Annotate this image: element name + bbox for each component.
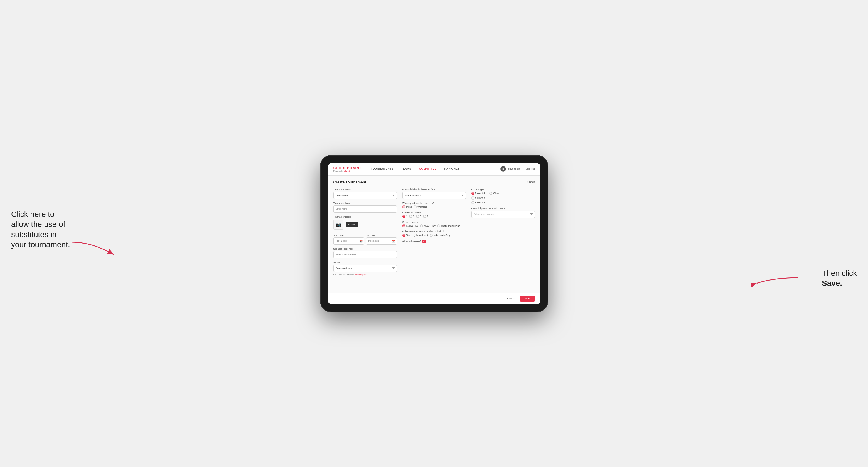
tournament-host-select[interactable]: Search team (333, 192, 397, 199)
division-group: Which division is the event for? NCAA Di… (402, 188, 466, 199)
gender-mens-radio[interactable] (402, 206, 405, 209)
scoring-api-label: Use third-party live scoring API? (471, 207, 535, 210)
venue-email-link[interactable]: email support (354, 273, 367, 276)
gender-womens-label: Womens (417, 206, 427, 208)
venue-select[interactable]: Search golf club (333, 265, 397, 272)
save-button[interactable]: Save (520, 295, 535, 302)
scoring-api-group: Use third-party live scoring API? Select… (471, 207, 535, 218)
format-other[interactable]: Other (489, 192, 499, 195)
scoring-stroke-label: Stroke Play (406, 224, 418, 227)
rounds-3[interactable]: 3 (416, 215, 421, 218)
format-type-label: Format type (471, 188, 535, 191)
device-screen: SCOREBOARD Powered by clippd TOURNAMENTS… (328, 163, 540, 305)
nav-committee[interactable]: COMMITTEE (416, 163, 440, 176)
nav-user: B blair admin | Sign out (500, 166, 535, 172)
scoring-stroke-radio[interactable] (402, 224, 405, 227)
gender-mens[interactable]: Mens (402, 206, 412, 209)
start-date-calendar-icon: 📅 (359, 239, 363, 242)
nav-teams[interactable]: TEAMS (398, 163, 415, 176)
upload-button[interactable]: Upload (346, 222, 358, 227)
gender-womens-radio[interactable] (413, 206, 416, 209)
format-6count4-label: 6 count 4 (475, 196, 485, 199)
cancel-button[interactable]: Cancel (504, 296, 518, 302)
event-individuals[interactable]: Individuals Only (430, 234, 450, 237)
logo-brand: clippd (344, 170, 350, 172)
right-arrow (751, 274, 801, 289)
event-teams-label: Teams (+Individuals) (406, 234, 428, 237)
page-header: Create Tournament < Back (333, 180, 535, 184)
tournament-name-input[interactable] (333, 206, 397, 213)
sign-out-link[interactable]: Sign out (525, 167, 535, 170)
scoring-match[interactable]: Match Play (420, 224, 436, 227)
sponsor-group: Sponsor (optional) (333, 247, 397, 258)
format-5count4-label: 5 count 4 (475, 192, 485, 194)
sponsor-label: Sponsor (optional) (333, 247, 397, 250)
event-for-group: Is this event for Teams and/or Individua… (402, 230, 466, 237)
format-options: 5 count 4 Other 6 count 4 (471, 192, 535, 204)
rounds-1-label: 1 (406, 215, 408, 218)
event-individuals-label: Individuals Only (434, 234, 450, 237)
format-6count4-radio[interactable] (471, 196, 474, 199)
back-link[interactable]: < Back (527, 181, 535, 183)
scoring-stroke[interactable]: Stroke Play (402, 224, 418, 227)
sponsor-input[interactable] (333, 251, 397, 258)
end-date-wrap: 📅 (366, 238, 397, 245)
device-frame: SCOREBOARD Powered by clippd TOURNAMENTS… (320, 155, 548, 312)
start-date-wrap: 📅 (333, 238, 364, 245)
logo-area: SCOREBOARD Powered by clippd (333, 166, 361, 172)
page-title: Create Tournament (333, 180, 366, 184)
tournament-host-group: Tournament Host Search team (333, 188, 397, 199)
format-6count4[interactable]: 6 count 4 (471, 196, 535, 199)
nav-bar: SCOREBOARD Powered by clippd TOURNAMENTS… (328, 163, 540, 176)
scoring-medal-radio[interactable] (437, 224, 440, 227)
rounds-3-label: 3 (420, 215, 421, 218)
event-individuals-radio[interactable] (430, 234, 433, 237)
gender-womens[interactable]: Womens (413, 206, 427, 209)
end-date-calendar-icon: 📅 (392, 239, 395, 242)
page-content: Create Tournament < Back Tournament Host… (328, 176, 540, 292)
middle-column: Which division is the event for? NCAA Di… (402, 188, 466, 276)
rounds-1[interactable]: 1 (402, 215, 408, 218)
substitutes-checkbox[interactable]: ✓ (423, 240, 426, 243)
event-for-radio-group: Teams (+Individuals) Individuals Only (402, 234, 466, 237)
left-column: Tournament Host Search team Tournament n… (333, 188, 397, 276)
format-type-group: Format type 5 count 4 Other (471, 188, 535, 204)
gender-mens-label: Mens (406, 206, 412, 208)
substitutes-checkbox-item[interactable]: Allow substitutes? ✓ (402, 240, 466, 243)
left-annotation-text: Click here to allow the use of substitut… (11, 210, 70, 249)
rounds-2-label: 2 (413, 215, 414, 218)
division-select[interactable]: NCAA Division I (402, 192, 466, 199)
format-other-radio[interactable] (489, 192, 492, 195)
event-teams[interactable]: Teams (+Individuals) (402, 234, 428, 237)
user-name: blair admin (508, 167, 520, 170)
rounds-4-radio[interactable] (423, 215, 426, 218)
left-arrow (69, 237, 131, 260)
rounds-3-radio[interactable] (416, 215, 419, 218)
format-6count5[interactable]: 6 count 5 (471, 201, 535, 204)
end-date-group: End date 📅 (366, 232, 397, 245)
event-teams-radio[interactable] (402, 234, 405, 237)
rounds-2-radio[interactable] (409, 215, 412, 218)
format-5count4[interactable]: 5 count 4 (471, 192, 485, 195)
format-6count5-label: 6 count 5 (475, 201, 485, 204)
rounds-2[interactable]: 2 (409, 215, 414, 218)
scoring-api-select[interactable]: Select a scoring service (471, 211, 535, 218)
scoring-radio-group: Stroke Play Match Play Medal Match Play (402, 224, 466, 227)
logo-sub: Powered by clippd (333, 170, 361, 172)
start-date-label: Start date (333, 234, 344, 237)
venue-group: Venue Search golf club Can't find your v… (333, 261, 397, 276)
division-label: Which division is the event for? (402, 188, 466, 191)
rounds-4-label: 4 (427, 215, 428, 218)
rounds-4[interactable]: 4 (423, 215, 428, 218)
format-6count5-radio[interactable] (471, 201, 474, 204)
nav-tournaments[interactable]: TOURNAMENTS (367, 163, 397, 176)
dates-group: Start date 📅 End date (333, 232, 397, 245)
format-5count4-radio[interactable] (471, 192, 474, 195)
scoring-medal[interactable]: Medal Match Play (437, 224, 460, 227)
form-grid: Tournament Host Search team Tournament n… (333, 188, 535, 276)
nav-rankings[interactable]: RANKINGS (441, 163, 463, 176)
scoring-match-radio[interactable] (420, 224, 423, 227)
nav-links: TOURNAMENTS TEAMS COMMITTEE RANKINGS (367, 163, 500, 176)
rounds-1-radio[interactable] (402, 215, 405, 218)
right-annotation-line1: Then click (822, 269, 857, 278)
